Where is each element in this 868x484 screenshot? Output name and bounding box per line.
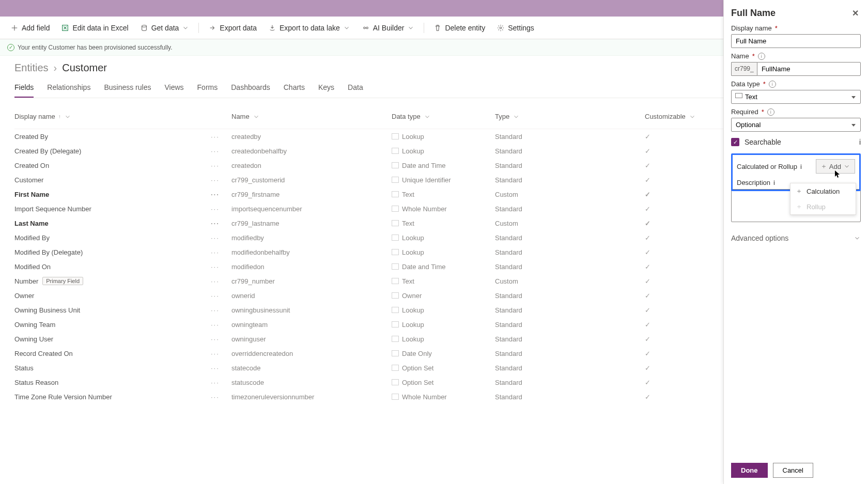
field-type: Standard: [495, 321, 645, 329]
export-data-label: Export data: [220, 24, 257, 32]
row-more-button[interactable]: ···: [211, 176, 231, 184]
advanced-options-toggle[interactable]: Advanced options: [731, 231, 861, 245]
row-more-button[interactable]: ···: [211, 379, 231, 386]
calculated-rollup-section: Calculated or Rollup i ＋ Add ＋ Calculati…: [731, 153, 861, 191]
row-more-button[interactable]: ···: [211, 277, 231, 285]
tab-forms[interactable]: Forms: [197, 81, 218, 98]
ai-builder-button[interactable]: AI Builder: [357, 21, 420, 35]
field-display-name: Owning User: [14, 335, 53, 343]
info-icon[interactable]: i: [767, 108, 774, 116]
flyout-calculation[interactable]: ＋ Calculation: [791, 183, 856, 199]
export-data-lake-button[interactable]: Export to data lake: [263, 21, 355, 35]
row-more-button[interactable]: ···: [211, 133, 231, 140]
add-calculation-button[interactable]: ＋ Add: [816, 159, 855, 174]
row-more-button[interactable]: ···: [211, 364, 231, 372]
row-more-button[interactable]: ···: [211, 350, 231, 357]
searchable-field[interactable]: ✓ Searchable i: [731, 138, 861, 146]
row-more-button[interactable]: ···: [211, 205, 231, 213]
row-more-button[interactable]: ···: [211, 147, 231, 155]
settings-button[interactable]: Settings: [491, 21, 539, 35]
field-data-type: Unique Identifier: [402, 176, 451, 184]
calculated-rollup-label: Calculated or Rollup: [737, 163, 797, 170]
field-data-type: Option Set: [402, 379, 433, 386]
field-customizable-check: ✓: [645, 393, 702, 401]
data-type-icon: [392, 365, 399, 371]
data-type-icon: [392, 133, 399, 139]
tab-charts[interactable]: Charts: [284, 81, 305, 98]
breadcrumb-parent[interactable]: Entities: [14, 62, 49, 74]
separator: [424, 23, 424, 33]
info-icon[interactable]: i: [773, 179, 775, 186]
field-data-type: Text: [402, 191, 414, 198]
tab-keys[interactable]: Keys: [318, 81, 334, 98]
export-data-button[interactable]: Export data: [203, 21, 262, 35]
delete-entity-button[interactable]: Delete entity: [428, 21, 490, 35]
row-more-button[interactable]: ···: [211, 248, 231, 256]
field-display-name: Owner: [14, 292, 34, 300]
plus-icon: ＋: [796, 186, 802, 196]
info-icon[interactable]: i: [859, 138, 861, 146]
row-more-button[interactable]: ···: [211, 292, 231, 300]
col-customizable[interactable]: Customizable: [645, 113, 702, 120]
cancel-button[interactable]: Cancel: [773, 463, 813, 478]
tab-dashboards[interactable]: Dashboards: [231, 81, 270, 98]
col-display-name[interactable]: Display name ↑: [14, 113, 211, 120]
checkbox-checked-icon[interactable]: ✓: [731, 138, 739, 146]
tab-views[interactable]: Views: [164, 81, 183, 98]
field-display-name: Status: [14, 364, 34, 372]
display-name-label-text: Display name: [731, 24, 772, 32]
row-more-button[interactable]: ···: [211, 162, 231, 169]
display-name-input[interactable]: [731, 34, 861, 48]
field-schema-name: createdonbehalfby: [231, 147, 392, 155]
chevron-down-icon: [253, 113, 260, 120]
tab-fields[interactable]: Fields: [14, 81, 34, 98]
field-type: Standard: [495, 292, 645, 300]
name-input[interactable]: [757, 62, 861, 76]
add-button-label: Add: [829, 163, 841, 170]
col-customizable-label: Customizable: [645, 113, 686, 120]
row-more-button[interactable]: ···: [211, 335, 231, 343]
svg-point-4: [366, 27, 368, 29]
row-more-button[interactable]: ···: [211, 191, 231, 198]
export-data-lake-label: Export to data lake: [280, 24, 340, 32]
col-data-type[interactable]: Data type: [392, 113, 495, 120]
edit-data-excel-button[interactable]: Edit data in Excel: [56, 21, 133, 35]
chevron-down-icon: [343, 24, 350, 32]
svg-point-3: [363, 27, 365, 29]
chevron-down-icon: [854, 235, 861, 242]
row-more-button[interactable]: ···: [211, 234, 231, 242]
field-data-type: Whole Number: [402, 205, 447, 213]
tab-data[interactable]: Data: [348, 81, 363, 98]
chevron-right-icon: ›: [54, 62, 57, 74]
close-button[interactable]: ✕: [850, 6, 861, 20]
data-type-field: Data type * i: [731, 80, 861, 104]
data-type-icon: [392, 379, 399, 385]
required-label-text: Required: [731, 108, 758, 116]
row-more-button[interactable]: ···: [211, 393, 231, 401]
tab-relationships[interactable]: Relationships: [47, 81, 90, 98]
info-icon[interactable]: i: [758, 53, 765, 60]
field-type: Standard: [495, 147, 645, 155]
field-data-type: Date and Time: [402, 162, 446, 169]
required-select[interactable]: [731, 118, 861, 132]
add-field-button[interactable]: Add field: [5, 21, 55, 35]
field-type: Standard: [495, 379, 645, 386]
field-customizable-check: ✓: [645, 335, 702, 343]
row-more-button[interactable]: ···: [211, 263, 231, 271]
field-type: Custom: [495, 220, 645, 227]
info-icon[interactable]: i: [769, 81, 776, 88]
col-type[interactable]: Type: [495, 113, 645, 120]
info-icon[interactable]: i: [800, 163, 802, 170]
done-button[interactable]: Done: [731, 463, 768, 478]
get-data-button[interactable]: Get data: [135, 21, 195, 35]
data-type-select[interactable]: [731, 90, 861, 104]
field-display-name: Time Zone Rule Version Number: [14, 393, 112, 401]
row-more-button[interactable]: ···: [211, 306, 231, 314]
tab-business-rules[interactable]: Business rules: [104, 81, 151, 98]
row-more-button[interactable]: ···: [211, 321, 231, 329]
field-schema-name: cr799_number: [231, 277, 392, 285]
col-name[interactable]: Name: [231, 113, 392, 120]
row-more-button[interactable]: ···: [211, 220, 231, 227]
data-type-icon: [392, 350, 399, 356]
field-data-type: Date and Time: [402, 263, 446, 271]
